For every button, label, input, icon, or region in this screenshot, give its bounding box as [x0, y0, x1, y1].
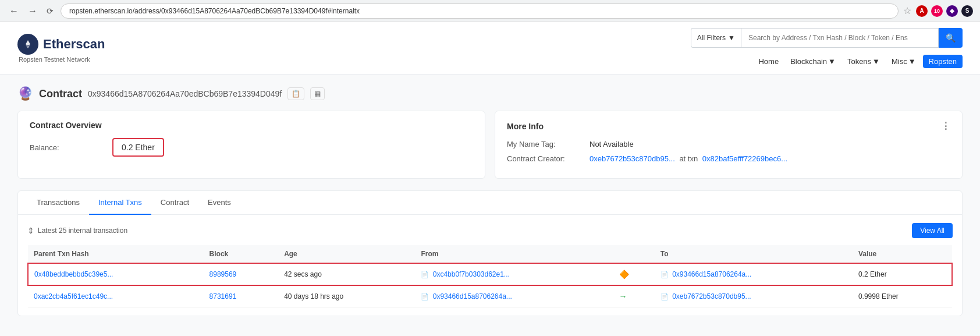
contract-label: Contract	[39, 88, 82, 100]
cell-hash: 0xac2cb4a5f61ec1c49c...	[28, 285, 204, 307]
table-row: 0xac2cb4a5f61ec1c49c... 8731691 40 days …	[28, 285, 952, 307]
network-badge: Ropsten Testnet Network	[17, 56, 105, 63]
ext-icon-1[interactable]: A	[916, 5, 928, 17]
extensions-area: A 10 ◆ S	[916, 5, 973, 17]
hash-link[interactable]: 0xac2cb4a5f61ec1c49c...	[34, 292, 113, 300]
header-right: All Filters ▼ 🔍 Home Blockchain ▼ Tokens…	[691, 28, 963, 68]
to-link[interactable]: 0xeb7672b53c870db95...	[672, 292, 751, 300]
contract-icon: 🔮	[17, 86, 33, 101]
ext-icon-3[interactable]: ◆	[946, 5, 958, 17]
from-link[interactable]: 0x93466d15a8706264a...	[433, 292, 512, 300]
more-options-icon[interactable]: ⋮	[941, 121, 950, 132]
ext-icon-4[interactable]: S	[961, 5, 973, 17]
reload-button[interactable]: ⟳	[44, 5, 56, 17]
search-input[interactable]	[741, 28, 939, 48]
internal-txns-table: Parent Txn Hash Block Age From To Value …	[27, 245, 953, 307]
col-arrow	[613, 245, 655, 263]
bookmark-icon[interactable]: ☆	[903, 5, 911, 16]
table-header-row-el: Parent Txn Hash Block Age From To Value	[28, 245, 952, 263]
qr-code-button[interactable]: ▦	[310, 87, 325, 100]
chevron-down-icon: ▼	[728, 34, 735, 42]
balance-row: Balance: 0.2 Ether	[30, 138, 473, 157]
logo-text: Etherscan	[43, 37, 105, 52]
block-link[interactable]: 8989569	[210, 270, 237, 278]
site-header: Etherscan Ropsten Testnet Network All Fi…	[0, 22, 980, 75]
info-grid: Contract Overview Balance: 0.2 Ether Mor…	[17, 111, 963, 179]
overview-card-title: Contract Overview	[30, 121, 473, 130]
search-button[interactable]: 🔍	[939, 28, 963, 48]
nav-home[interactable]: Home	[754, 55, 783, 68]
creator-txn-link[interactable]: 0x82baf5efff72269bec6...	[702, 154, 787, 163]
cell-arrow: →	[613, 285, 655, 307]
cell-value: 0.2 Ether	[853, 263, 952, 285]
logo-row: Etherscan	[17, 34, 105, 55]
tab-events[interactable]: Events	[198, 191, 240, 215]
nav-links: Home Blockchain ▼ Tokens ▼ Misc ▼ Ropste…	[691, 55, 963, 68]
logo-area: Etherscan Ropsten Testnet Network	[17, 34, 105, 63]
view-all-button[interactable]: View All	[912, 223, 953, 238]
ext-icon-2[interactable]: 10	[931, 5, 943, 17]
table-info: ⇕ Latest 25 internal transaction	[27, 226, 127, 235]
tab-contract[interactable]: Contract	[151, 191, 198, 215]
cell-to: 📄 0x93466d15a8706264a...	[655, 263, 853, 285]
to-doc-icon: 📄	[661, 271, 669, 278]
name-tag-row: My Name Tag: Not Available	[507, 140, 950, 148]
chevron-down-icon: ▼	[908, 57, 916, 66]
more-info-card: More Info ⋮ My Name Tag: Not Available C…	[495, 111, 963, 179]
page: Etherscan Ropsten Testnet Network All Fi…	[0, 22, 980, 328]
creator-row: Contract Creator: 0xeb7672b53c870db95...…	[507, 154, 950, 163]
url-bar[interactable]: ropsten.etherscan.io/address/0x93466d15A…	[61, 3, 899, 19]
back-button[interactable]: ←	[7, 5, 21, 17]
col-to: To	[655, 245, 853, 263]
creator-label: Contract Creator:	[507, 154, 583, 163]
balance-value: 0.2 Ether	[112, 138, 164, 157]
name-tag-value: Not Available	[590, 140, 634, 148]
nav-ropsten[interactable]: Ropsten	[923, 55, 963, 68]
tabs-section: Transactions Internal Txns Contract Even…	[17, 190, 963, 316]
tabs-content: ⇕ Latest 25 internal transaction View Al…	[18, 215, 962, 316]
contract-title-row: 🔮 Contract 0x93466d15A8706264Aa70edBCb69…	[17, 86, 963, 101]
chevron-down-icon: ▼	[872, 57, 880, 66]
cell-to: 📄 0xeb7672b53c870db95...	[655, 285, 853, 307]
at-txn-text: at txn	[679, 154, 698, 163]
to-doc-icon: 📄	[661, 293, 669, 300]
to-link[interactable]: 0x93466d15a8706264a...	[672, 270, 751, 278]
copy-address-button[interactable]: 📋	[287, 87, 304, 100]
cell-arrow: 🔶	[613, 263, 655, 285]
nav-blockchain[interactable]: Blockchain ▼	[786, 55, 840, 68]
table-row: 0x48beddbebbd5c39e5... 8989569 42 secs a…	[28, 263, 952, 285]
cell-value: 0.9998 Ether	[853, 285, 952, 307]
from-doc-icon: 📄	[421, 271, 429, 278]
table-body: 0x48beddbebbd5c39e5... 8989569 42 secs a…	[28, 263, 952, 307]
cell-block: 8731691	[204, 285, 279, 307]
browser-bar: ← → ⟳ ropsten.etherscan.io/address/0x934…	[0, 0, 980, 22]
cell-age: 42 secs ago	[278, 263, 415, 285]
filter-rows-icon: ⇕	[27, 226, 34, 235]
contract-overview-card: Contract Overview Balance: 0.2 Ether	[17, 111, 485, 179]
main-content: 🔮 Contract 0x93466d15A8706264Aa70edBCb69…	[0, 75, 980, 328]
col-from: From	[415, 245, 613, 263]
col-block: Block	[204, 245, 279, 263]
col-age: Age	[278, 245, 415, 263]
tab-internal-txns[interactable]: Internal Txns	[89, 191, 151, 215]
block-link[interactable]: 8731691	[210, 292, 237, 300]
search-area: All Filters ▼ 🔍	[691, 28, 963, 48]
col-value: Value	[853, 245, 952, 263]
chevron-down-icon: ▼	[828, 57, 836, 66]
from-doc-icon: 📄	[421, 293, 429, 300]
logo-icon	[17, 34, 38, 55]
filter-dropdown[interactable]: All Filters ▼	[691, 28, 741, 48]
cell-block: 8989569	[204, 263, 279, 285]
cell-hash: 0x48beddbebbd5c39e5...	[28, 263, 204, 285]
forward-button[interactable]: →	[26, 5, 40, 17]
nav-misc[interactable]: Misc ▼	[887, 55, 921, 68]
contract-address: 0x93466d15A8706264Aa70edBCb69B7e13394D04…	[88, 89, 282, 98]
tab-transactions[interactable]: Transactions	[27, 191, 89, 215]
from-link[interactable]: 0xc4bb0f7b0303d62e1...	[433, 270, 510, 278]
hash-link[interactable]: 0x48beddbebbd5c39e5...	[34, 270, 113, 278]
nav-tokens[interactable]: Tokens ▼	[843, 55, 885, 68]
tabs-header: Transactions Internal Txns Contract Even…	[18, 191, 962, 215]
creator-address-link[interactable]: 0xeb7672b53c870db95...	[590, 154, 675, 163]
table-info-text: Latest 25 internal transaction	[38, 227, 127, 235]
more-info-title: More Info ⋮	[507, 121, 950, 132]
